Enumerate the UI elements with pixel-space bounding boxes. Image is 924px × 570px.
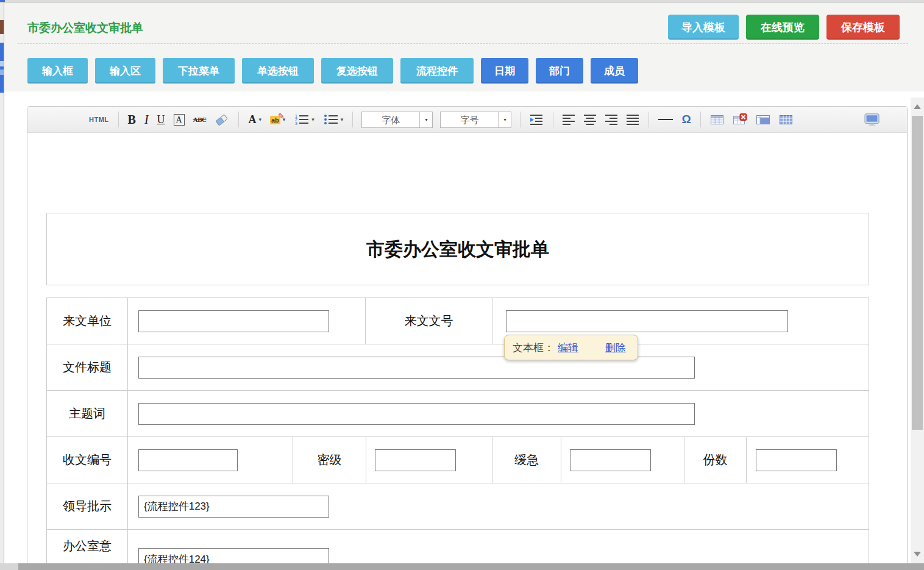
add-dropdown-button[interactable]: 下拉菜单 bbox=[163, 58, 235, 84]
background-window-fragment bbox=[0, 20, 4, 34]
font-size-value: 字号 bbox=[441, 112, 498, 127]
font-style-button[interactable]: A bbox=[174, 114, 185, 126]
add-radio-button[interactable]: 单选按钮 bbox=[242, 58, 314, 84]
component-buttons-row: 输入框 输入区 下拉菜单 单选按钮 复选按钮 流程控件 日期 部门 成员 bbox=[27, 58, 638, 84]
tooltip-label: 文本框： bbox=[513, 341, 554, 355]
toolbar-separator bbox=[553, 112, 553, 127]
align-center-icon bbox=[584, 114, 597, 125]
field-label-miji: 密级 bbox=[293, 437, 366, 483]
add-textarea-button[interactable]: 输入区 bbox=[95, 58, 155, 84]
add-date-button[interactable]: 日期 bbox=[481, 58, 528, 84]
font-style-icon: A bbox=[174, 114, 185, 126]
scrollbar-thumb[interactable] bbox=[912, 116, 923, 430]
indent-icon bbox=[530, 113, 544, 126]
toolbar-separator bbox=[649, 112, 649, 127]
form-table: 来文单位 来文文号 文件标题 bbox=[46, 297, 869, 570]
italic-button[interactable]: I bbox=[144, 113, 149, 127]
remove-format-button[interactable] bbox=[215, 113, 229, 126]
add-input-box-button[interactable]: 输入框 bbox=[27, 58, 88, 84]
online-preview-button[interactable]: 在线预览 bbox=[746, 15, 819, 40]
table-grid-icon bbox=[779, 114, 793, 126]
save-template-button[interactable]: 保存模板 bbox=[826, 15, 900, 40]
underline-button[interactable]: U bbox=[157, 113, 165, 126]
form-title: 市委办公室收文审批单 bbox=[47, 213, 869, 285]
background-window-fragment bbox=[0, 43, 4, 93]
add-member-button[interactable]: 成员 bbox=[591, 58, 638, 84]
window-bottom-border-light bbox=[0, 563, 18, 570]
delete-table-button[interactable] bbox=[733, 113, 747, 126]
header: 市委办公室收文审批单 导入模板 在线预览 保存模板 输入框 输入区 下拉菜单 单… bbox=[4, 2, 924, 91]
lingdao-pishi-input[interactable] bbox=[138, 496, 329, 518]
toolbar-separator bbox=[118, 112, 119, 127]
font-family-select[interactable]: 字体 ▾ bbox=[361, 112, 433, 128]
highlight-color-button[interactable]: ab ✎ ▾ bbox=[270, 114, 285, 125]
import-template-button[interactable]: 导入模板 bbox=[668, 15, 739, 40]
shouwen-bianhao-input[interactable] bbox=[138, 449, 238, 471]
delete-table-icon bbox=[733, 113, 747, 126]
horizontal-rule-button[interactable] bbox=[658, 119, 673, 120]
field-label-huanji: 缓急 bbox=[492, 437, 561, 483]
table-cell bbox=[127, 298, 365, 344]
font-color-button[interactable]: A ▾ bbox=[248, 113, 261, 126]
zhutici-input[interactable] bbox=[138, 403, 695, 425]
svg-text:3: 3 bbox=[295, 121, 297, 126]
widget-tooltip: 文本框： 编辑 删除 bbox=[504, 335, 638, 360]
font-color-icon: A bbox=[248, 113, 256, 126]
table-cell bbox=[127, 437, 293, 483]
toolbar-separator bbox=[700, 112, 701, 127]
source-code-button[interactable]: HTML bbox=[89, 116, 109, 123]
background-window-edge bbox=[0, 2, 4, 570]
scroll-down-arrow-icon bbox=[914, 552, 921, 557]
dropdown-caret-icon: ▾ bbox=[311, 116, 315, 123]
scroll-down-button[interactable] bbox=[911, 547, 924, 561]
fenshu-input[interactable] bbox=[756, 449, 837, 471]
unordered-list-icon bbox=[323, 113, 338, 126]
tooltip-delete-link[interactable]: 删除 bbox=[605, 341, 626, 355]
pencil-icon: ✎ bbox=[278, 112, 285, 121]
special-character-button[interactable]: Ω bbox=[681, 113, 691, 126]
align-right-button[interactable] bbox=[605, 114, 618, 125]
vertical-scrollbar[interactable] bbox=[911, 98, 924, 563]
scroll-up-button[interactable] bbox=[911, 100, 924, 113]
tooltip-edit-link[interactable]: 编辑 bbox=[558, 341, 578, 355]
font-size-select[interactable]: 字号 ▾ bbox=[440, 112, 511, 128]
field-label-shouwen-bianhao: 收文编号 bbox=[47, 437, 127, 483]
strikethrough-button[interactable]: ABC bbox=[193, 116, 207, 123]
huanji-input[interactable] bbox=[570, 449, 651, 471]
field-label-laiwen-wenhao: 来文文号 bbox=[365, 298, 492, 344]
table-cell-icon bbox=[756, 114, 770, 126]
align-justify-button[interactable] bbox=[627, 114, 639, 125]
laiwen-danwei-input[interactable] bbox=[138, 310, 329, 332]
form-title-box: 市委办公室收文审批单 bbox=[46, 213, 869, 285]
table-cell bbox=[561, 437, 684, 483]
add-department-button[interactable]: 部门 bbox=[536, 58, 583, 84]
table-row: 来文单位 来文文号 bbox=[47, 298, 869, 344]
table-cell bbox=[127, 483, 869, 529]
align-center-button[interactable] bbox=[584, 114, 597, 125]
align-left-icon bbox=[563, 114, 575, 125]
highlight-icon: ab ✎ bbox=[270, 114, 280, 125]
eraser-icon bbox=[215, 113, 229, 126]
add-flow-control-button[interactable]: 流程控件 bbox=[400, 58, 474, 84]
header-divider bbox=[18, 43, 908, 44]
fullscreen-button[interactable] bbox=[864, 113, 880, 126]
background-window-fragment bbox=[0, 61, 4, 66]
window-top-border bbox=[0, 0, 924, 2]
indent-button[interactable] bbox=[530, 113, 544, 126]
monitor-icon bbox=[864, 113, 880, 126]
align-left-button[interactable] bbox=[563, 114, 575, 125]
add-checkbox-button[interactable]: 复选按钮 bbox=[321, 58, 393, 84]
editor-canvas[interactable]: 市委办公室收文审批单 来文单位 来文文号 文件标题 bbox=[27, 133, 907, 570]
table-icon bbox=[710, 114, 724, 126]
table-properties-button[interactable] bbox=[779, 114, 793, 126]
table-row: 收文编号 密级 缓急 份数 bbox=[47, 436, 869, 483]
table-cell-properties-button[interactable] bbox=[756, 114, 770, 126]
unordered-list-button[interactable]: ▾ bbox=[323, 113, 344, 126]
field-label-fenshu: 份数 bbox=[684, 437, 746, 483]
laiwen-wenhao-input[interactable] bbox=[506, 310, 788, 332]
bold-button[interactable]: B bbox=[128, 113, 136, 127]
table-row: 文件标题 bbox=[47, 344, 869, 390]
insert-table-button[interactable] bbox=[710, 114, 724, 126]
ordered-list-button[interactable]: 123 ▾ bbox=[294, 113, 315, 126]
miji-input[interactable] bbox=[375, 449, 456, 471]
